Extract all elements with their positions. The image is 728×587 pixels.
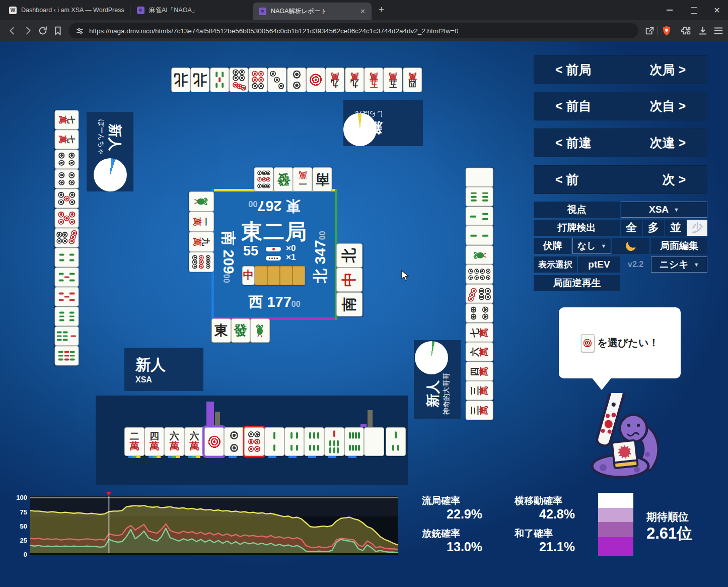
tile-s4	[54, 247, 79, 267]
brave-shield-icon[interactable]	[661, 25, 672, 36]
reload-icon[interactable]	[37, 25, 48, 36]
tile-m6[interactable]: 六萬	[164, 427, 184, 456]
share-icon[interactable]	[644, 25, 656, 36]
tile-p2[interactable]	[224, 427, 244, 456]
dahai-option-all[interactable]: 全	[621, 220, 642, 236]
window-maximize-button[interactable]	[683, 0, 705, 20]
tile-p5	[54, 188, 79, 208]
prev-kyoku-button[interactable]: < 前局	[555, 61, 592, 78]
tile-m1: 一萬	[293, 167, 313, 191]
prev-step-button[interactable]: < 前	[555, 171, 579, 188]
next-kyoku-button[interactable]: 次局 >	[649, 61, 686, 78]
bottom-hand: 二萬四萬六萬六萬	[124, 427, 384, 456]
tab-naga-home[interactable]: 麻雀AI「NAGA」	[132, 0, 258, 20]
tile-z4: 北	[171, 68, 190, 92]
tile-m6[interactable]: 六萬	[184, 427, 204, 456]
tile-s1	[250, 318, 270, 343]
tile-m2[interactable]: 二萬	[124, 427, 144, 456]
tile-z2: 南	[336, 292, 362, 316]
rate-pie-top	[343, 113, 377, 146]
fusehai-select[interactable]: なし ▼	[572, 238, 611, 254]
extensions-icon[interactable]	[681, 25, 692, 36]
agari-label: 和了確率	[515, 527, 553, 540]
dora-indicator-area: 中	[242, 266, 305, 285]
tile-p5r	[54, 208, 79, 228]
board-edit-button[interactable]: 局面編集	[651, 238, 707, 254]
tile-p1[interactable]	[204, 427, 225, 456]
download-icon[interactable]	[697, 25, 708, 36]
tile-m6: 六萬	[466, 343, 493, 362]
one-sou-bird	[254, 322, 266, 339]
rank-bar-segment	[598, 537, 633, 556]
back-icon[interactable]	[7, 25, 18, 36]
tile-s7[interactable]	[324, 427, 344, 456]
rate-pie-right	[415, 341, 448, 374]
tile-s2	[466, 226, 493, 246]
forward-icon[interactable]	[22, 25, 33, 36]
tile-p6[interactable]	[244, 427, 264, 456]
tab-naga-report-active[interactable]: NAGA解析レポート ✕	[253, 3, 372, 20]
fusehai-value: なし	[577, 240, 596, 252]
dark-mode-button[interactable]	[612, 238, 649, 254]
naga-mascot	[588, 393, 659, 479]
player-rank: 新人	[106, 124, 124, 151]
window-close-button[interactable]: ✕	[706, 0, 728, 20]
tile-s8[interactable]	[344, 427, 365, 456]
round-title: 東二局	[214, 218, 335, 246]
bookmark-icon[interactable]	[52, 25, 63, 36]
fusehai-label: 伏牌	[534, 238, 571, 254]
tab-close-icon[interactable]: ✕	[360, 8, 366, 15]
tile-m7: 七萬	[54, 129, 79, 149]
next-mismatch-button[interactable]: 次違 >	[649, 135, 686, 151]
tile-z5[interactable]	[364, 427, 384, 456]
new-tab-button[interactable]: +	[379, 5, 384, 15]
display-select-label: 表示選択	[534, 256, 577, 273]
nav-row-step: < 前 次 >	[534, 165, 707, 194]
tab-title: 麻雀AI「NAGA」	[149, 6, 198, 15]
tile-m4[interactable]: 四萬	[144, 427, 165, 456]
site-settings-icon[interactable]	[76, 27, 84, 35]
reverse-replay-button[interactable]: 局面逆再生	[534, 275, 620, 291]
ryukyoku-label: 流局確率	[422, 494, 460, 507]
tile-s3[interactable]	[386, 427, 406, 456]
tile-p1	[581, 334, 595, 352]
honba-stick-icon	[266, 256, 281, 260]
prev-mismatch-button[interactable]: < 前違	[555, 135, 592, 151]
facedown-tile	[255, 266, 267, 285]
tile-z7: 中	[242, 266, 255, 285]
dahai-option-few-selected[interactable]: 少	[687, 220, 707, 236]
prev-self-button[interactable]: < 前自	[555, 98, 592, 114]
tile-m1: 一萬	[189, 212, 214, 232]
address-bar[interactable]: https://naga.dmv.nico/htmls/7c13e74af584…	[68, 23, 638, 38]
tab-wordpress[interactable]: W Dashboard ‹ i am XSA — WordPress	[4, 0, 137, 20]
naga-speech-bubble: を選びたい！	[559, 307, 681, 378]
probability-graph[interactable]	[30, 496, 398, 555]
facedown-tile	[267, 266, 280, 285]
next-step-button[interactable]: 次 >	[662, 171, 686, 188]
next-self-button[interactable]: 次自 >	[649, 98, 686, 114]
tile-m3: 三萬	[466, 401, 493, 420]
rate-pie-left	[94, 158, 127, 191]
model-select[interactable]: ニシキ ▼	[651, 256, 707, 273]
ptev-button[interactable]: ptEV	[578, 256, 620, 273]
score-bottom: 西 17700	[214, 292, 335, 312]
tile-p7	[229, 68, 248, 92]
window-minimize-button[interactable]	[659, 0, 681, 20]
menu-icon[interactable]	[713, 25, 724, 36]
tile-s9	[54, 346, 79, 365]
expected-rank-bar	[598, 493, 633, 556]
graph-position-marker[interactable]	[106, 492, 111, 496]
tile-s4[interactable]	[284, 427, 305, 456]
riichi-stick-icon	[266, 247, 281, 251]
tile-s6[interactable]	[304, 427, 324, 456]
viewpoint-select[interactable]: XSA ▼	[621, 202, 707, 218]
viewpoint-value: XSA	[649, 204, 669, 215]
tile-s6	[466, 187, 493, 207]
tile-s2[interactable]	[264, 427, 284, 456]
agari-value: 21.1%	[515, 540, 575, 554]
wordpress-favicon: W	[9, 7, 17, 14]
tile-p1	[306, 68, 325, 92]
dahai-option-many[interactable]: 多	[643, 220, 664, 236]
one-sou-bird	[193, 195, 210, 208]
dahai-option-normal[interactable]: 並	[665, 220, 686, 236]
